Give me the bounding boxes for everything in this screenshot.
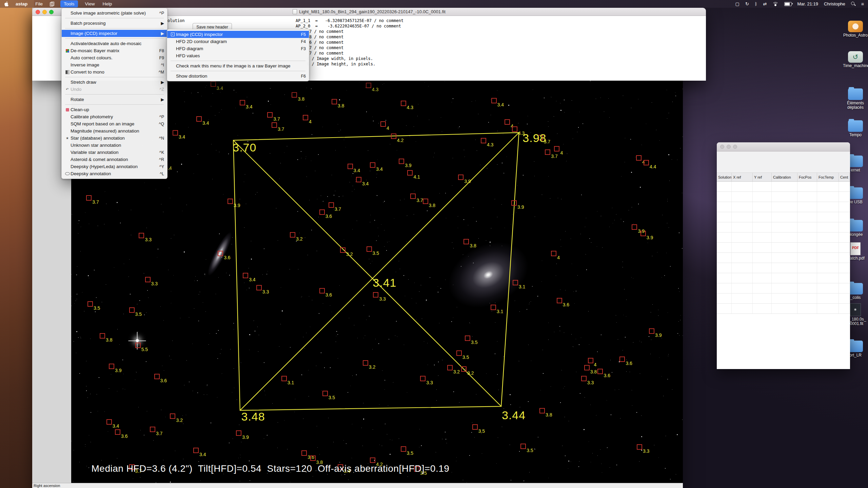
results-window-titlebar[interactable] [717, 142, 850, 151]
tools-menu-item-unknown-star-annotation[interactable]: Unknown star annotation [62, 142, 167, 149]
tools-menu-item-batch-processing[interactable]: Batch processing▶ [62, 20, 167, 27]
star-hfd-value: 3.5 [373, 250, 379, 256]
inspector-submenu-item-check-mark-this-menu-if-the-image-is-a-raw-bayer-image[interactable]: Check mark this menu if the image is a r… [167, 62, 309, 69]
tools-menu-item-asteroid-comet-annotation[interactable]: Asteroid & comet annotation^R [62, 156, 167, 163]
zoom-button[interactable] [49, 10, 54, 14]
results-cell [839, 202, 850, 212]
fits-icon [850, 303, 861, 316]
desktop-icon-photos-astro[interactable]: Photos_Astro [843, 21, 868, 38]
results-table-row[interactable] [717, 192, 850, 202]
menubar-menu-help[interactable]: Help [102, 0, 113, 7]
window-minimize-button[interactable] [727, 145, 731, 149]
submenu-arrow-icon: ▶ [158, 97, 164, 102]
star-hfd-value: 4 [594, 362, 597, 367]
desktop-icon-l-ments-d-plac-s[interactable]: Éléments déplacés [843, 88, 868, 110]
results-column-foctemp[interactable]: FocTemp [817, 173, 839, 181]
tools-menu-item-deepsky-hyperleda-annotation[interactable]: Deepsky (HyperLeda) annotation^Y [62, 163, 167, 170]
tools-menu-item-de-mosaic-bayer-matrix[interactable]: De-mosaic Bayer matrixF8 [62, 47, 167, 54]
tools-menu-item-stretch-draw[interactable]: Stretch draw▶ [62, 79, 167, 86]
sync-icon[interactable]: ↻ [745, 2, 749, 6]
results-table-row[interactable] [717, 283, 850, 293]
notification-center-icon[interactable]: ≡ [861, 1, 864, 7]
results-column-x-ref[interactable]: X ref [732, 173, 753, 181]
results-cell [817, 222, 839, 232]
keyboard-icon[interactable]: ⇄ [763, 2, 767, 6]
desktop-icon-tempo[interactable]: Tempo [843, 120, 868, 137]
desktop-icon-time-machine[interactable]: ↺Time_machine [843, 51, 868, 68]
fits-header-text[interactable]: AP_1_1 = -6.320873457125E-07 / no commen… [296, 18, 403, 67]
window-zoom-button[interactable] [733, 145, 737, 149]
menubar-clock[interactable]: Mar. 21:19 [797, 1, 818, 6]
inspector-submenu-item-show-distortion[interactable]: Show distortionF6 [167, 73, 309, 80]
inspector-submenu-item-hfd-2d-contour-diagram[interactable]: HFD 2D contour diagramF4 [167, 38, 309, 45]
star-marker-box [170, 413, 175, 419]
close-button[interactable] [36, 10, 40, 14]
results-cell [839, 192, 850, 202]
minimize-button[interactable] [42, 10, 47, 14]
spotlight-search-icon[interactable] [851, 2, 855, 6]
pages-icon[interactable] [50, 2, 54, 6]
tools-menu-item-auto-correct-colours[interactable]: Auto correct colours.F9 [62, 54, 167, 61]
results-column-focpos[interactable]: FocPos [797, 173, 817, 181]
star-hfd-value: 3.6 [224, 255, 230, 260]
results-table-row[interactable] [717, 202, 850, 212]
star-hfd-value: 3.4 [202, 120, 209, 126]
results-column-cent[interactable]: Cent [839, 173, 850, 181]
battery-icon[interactable] [784, 2, 792, 6]
window-close-button[interactable] [720, 145, 724, 149]
results-table-row[interactable] [717, 212, 850, 222]
results-table-row[interactable] [717, 182, 850, 192]
star-hfd-value: 3.5 [471, 340, 477, 345]
tools-menu-item-deepsky-annotation[interactable]: Deepsky annotation^L [62, 170, 167, 177]
results-cell [732, 232, 753, 242]
results-table-body[interactable] [717, 182, 850, 314]
menubar-app-name[interactable]: astap [15, 0, 28, 7]
results-cell [772, 243, 797, 252]
tools-menu-item-solve-image-astrometric-plate-solve[interactable]: Solve image astrometric (plate solve)^P [62, 9, 167, 17]
results-cell [839, 212, 850, 222]
menubar-menu-tools[interactable]: Tools [60, 0, 78, 7]
results-column-y-ref[interactable]: Y ref [753, 173, 772, 181]
tools-menu-item-rotate[interactable]: Rotate▶ [62, 96, 167, 103]
results-table-row[interactable] [717, 232, 850, 243]
star-marker-box [243, 273, 248, 278]
results-table-row[interactable] [717, 293, 850, 304]
tools-menu-item-calibrate-photometry[interactable]: Calibrate photometry^P [62, 113, 167, 120]
tools-menu-item-inverse-image[interactable]: Inverse image^I [62, 61, 167, 68]
star-hfd-value: 3.3 [145, 237, 151, 242]
results-table-row[interactable] [717, 253, 850, 263]
star-hfd-value: 3.5 [527, 448, 533, 453]
tools-menu-item-activate-deactivate-auto-de-mosaic[interactable]: Activate/deactivate auto de-mosaic [62, 40, 167, 47]
menubar-menu-view[interactable]: View [84, 0, 96, 7]
tools-menu-item-variable-star-annotation[interactable]: Variable star annotation^K [62, 149, 167, 156]
inspector-submenu-item-image-ccd-inspector[interactable]: Image (CCD) inspectorF5 [167, 31, 309, 38]
apple-menu-icon[interactable] [4, 1, 8, 6]
display-icon[interactable]: ▢ [735, 2, 739, 6]
menubar-user[interactable]: Christophe [824, 1, 845, 6]
tools-menu-item-star-database-annotation[interactable]: ★Star (database) annotation^N [62, 135, 167, 142]
tools-menu-item-sqm-report-based-on-an-image[interactable]: SQM report based on an image^Q [62, 120, 167, 127]
tools-menu-item-image-ccd-inspector[interactable]: Image (CCD) inspector▶ [62, 30, 167, 37]
tools-menu-item-clean-up[interactable]: Clean-up [62, 106, 167, 113]
star-hfd-value: 3.8 [590, 369, 597, 374]
inspector-submenu-item-hfd-diagram[interactable]: HFD diagramF3 [167, 45, 309, 52]
results-table-row[interactable] [717, 304, 850, 314]
window-status-bar: Right ascension [32, 483, 683, 488]
menubar-menu-file[interactable]: File [35, 0, 43, 7]
results-table-row[interactable] [717, 263, 850, 273]
results-table-row[interactable] [717, 273, 850, 283]
results-column-solution[interactable]: Solution [717, 173, 732, 181]
tools-menu-item-magnitude-measured-annotation[interactable]: Magnitude (measured) annotation [62, 127, 167, 135]
tools-menu-item-undo[interactable]: ↶Undo^Z [62, 86, 167, 93]
bluetooth-icon[interactable]: ᛒ [755, 2, 757, 6]
results-table-row[interactable] [717, 243, 850, 253]
menu-shortcut: ^Q [158, 122, 164, 126]
wifi-icon[interactable] [773, 2, 778, 6]
tools-menu-item-convert-to-mono[interactable]: Convert to mono^M [62, 68, 167, 76]
results-table-row[interactable] [717, 222, 850, 232]
fits-line: 7 / no comment [309, 45, 403, 50]
menu-item-label: De-mosaic Bayer matrix [71, 48, 151, 53]
inspector-submenu-item-hfd-values[interactable]: HFD values [167, 52, 309, 59]
desktop-icon-label: Tempo [843, 133, 868, 137]
results-column-calibration[interactable]: Calibration [772, 173, 797, 181]
